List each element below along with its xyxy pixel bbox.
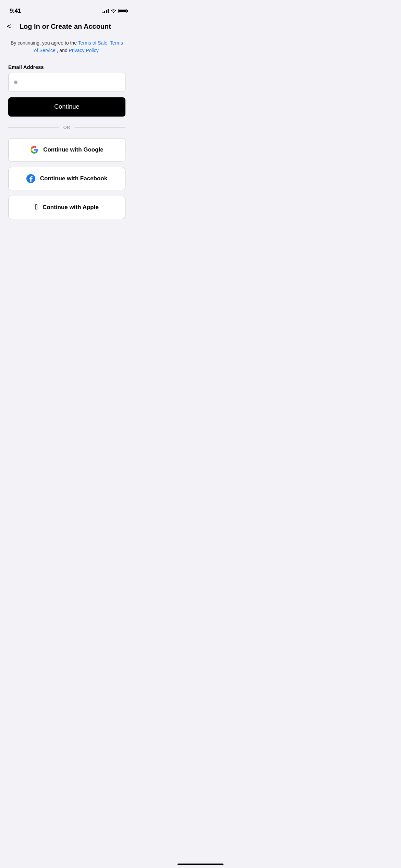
nav-bar: < Log In or Create an Account <box>0 17 134 36</box>
divider-line-right <box>74 127 125 128</box>
google-icon <box>30 146 38 154</box>
facebook-button-label: Continue with Facebook <box>40 175 107 182</box>
email-label: Email Address <box>8 64 125 70</box>
signal-bars-icon <box>102 9 109 13</box>
terms-and: , and <box>57 48 69 53</box>
terms-of-sale-link[interactable]: Terms of Sale <box>78 40 108 46</box>
apple-login-button[interactable]:  Continue with Apple <box>8 196 125 219</box>
battery-icon <box>118 9 127 13</box>
terms-text: By continuing, you agree to the Terms of… <box>8 39 125 55</box>
google-button-label: Continue with Google <box>43 146 104 153</box>
email-input-wrapper[interactable] <box>8 73 125 92</box>
or-label: OR <box>63 125 71 130</box>
continue-button[interactable]: Continue <box>8 97 125 117</box>
or-divider: OR <box>8 125 125 130</box>
facebook-login-button[interactable]: Continue with Facebook <box>8 167 125 190</box>
privacy-policy-link[interactable]: Privacy Policy <box>69 48 98 53</box>
terms-comma1: , <box>107 40 110 46</box>
apple-button-label: Continue with Apple <box>42 204 99 211</box>
back-button[interactable]: < <box>7 21 14 32</box>
status-bar: 9:41 <box>0 0 134 17</box>
terms-prefix: By continuing, you agree to the <box>11 40 78 46</box>
google-login-button[interactable]: Continue with Google <box>8 138 125 161</box>
email-cursor-dot <box>14 81 17 84</box>
apple-icon:  <box>35 203 38 211</box>
status-time: 9:41 <box>10 8 21 14</box>
wifi-icon <box>111 9 116 13</box>
terms-suffix: . <box>98 48 100 53</box>
main-content: By continuing, you agree to the Terms of… <box>0 36 134 233</box>
status-icons <box>102 9 127 13</box>
facebook-icon <box>26 174 35 183</box>
divider-line-left <box>8 127 59 128</box>
page-title: Log In or Create an Account <box>14 23 117 31</box>
